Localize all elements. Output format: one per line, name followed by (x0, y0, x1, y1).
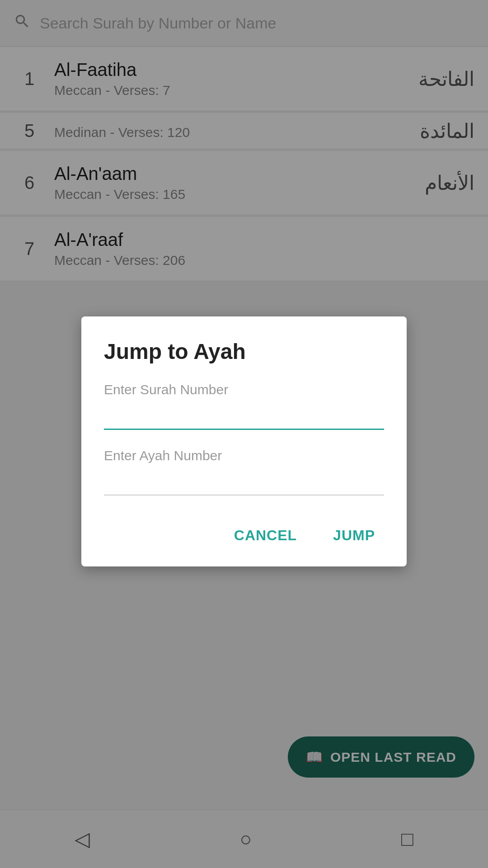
ayah-input-label: Enter Ayah Number (104, 448, 384, 463)
surah-number-input[interactable] (104, 402, 384, 430)
ayah-number-input[interactable] (104, 468, 384, 495)
jump-button[interactable]: JUMP (324, 523, 384, 548)
page-container: N LTE 📶 🔋 12:41 Quran Word by Word ⋮ (0, 0, 488, 868)
surah-input-label: Enter Surah Number (104, 382, 384, 397)
jump-to-ayah-dialog: Jump to Ayah Enter Surah Number Enter Ay… (81, 316, 407, 566)
dialog-actions: CANCEL JUMP (104, 523, 384, 548)
cancel-button[interactable]: CANCEL (225, 523, 306, 548)
dialog-title: Jump to Ayah (104, 339, 384, 364)
